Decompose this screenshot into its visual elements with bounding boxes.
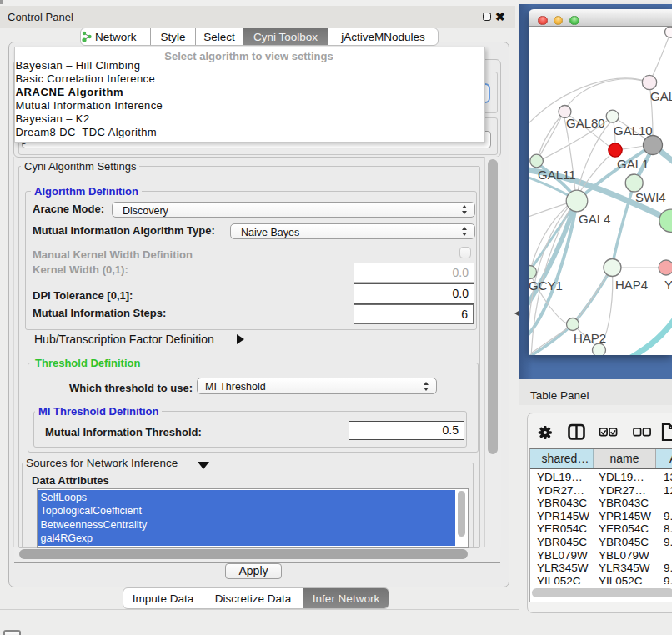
svg-text:HAP4: HAP4: [615, 278, 648, 292]
svg-text:SWI4: SWI4: [635, 190, 666, 204]
svg-text:GAL4: GAL4: [579, 212, 610, 226]
svg-text:GAL2: GAL2: [650, 89, 672, 103]
svg-text:GAL10: GAL10: [614, 123, 653, 138]
svg-text:GAL1: GAL1: [617, 157, 649, 171]
svg-text:YC: YC: [664, 278, 672, 292]
svg-text:GCY1: GCY1: [529, 278, 563, 292]
svg-text:HAP2: HAP2: [574, 331, 606, 345]
svg-text:GAL80: GAL80: [566, 116, 605, 130]
svg-text:GAL11: GAL11: [538, 168, 576, 182]
